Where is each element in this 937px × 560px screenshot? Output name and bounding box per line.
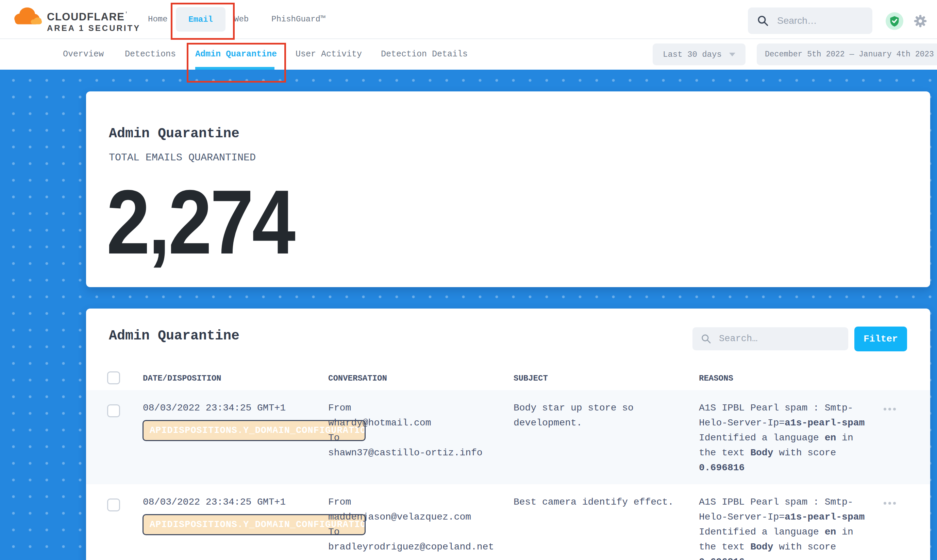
cell-reasons: A1S IPBL Pearl spam : Smtp-Helo-Server-I… (699, 401, 871, 475)
nav-item-home[interactable]: Home (148, 0, 168, 38)
brand-name: CLOUDFLARE (47, 11, 125, 23)
date-preset-label: Last 30 days (663, 50, 722, 59)
from-label: From (328, 401, 498, 415)
summary-card-title: Admin Quarantine (109, 126, 239, 142)
cell-conversation: From whardy@hotmail.com To shawn37@casti… (328, 401, 498, 460)
brand-wordmark: CLOUDFLARE' AREA 1 SECURITY (47, 12, 140, 32)
active-tab-underline (195, 67, 275, 70)
cell-reasons: A1S IPBL Pearl spam : Smtp-Helo-Server-I… (699, 495, 871, 560)
filter-button[interactable]: Filter (854, 326, 907, 351)
tab-admin-quarantine[interactable]: Admin Quarantine (195, 38, 277, 70)
row-checkbox[interactable] (107, 405, 120, 417)
table-search-placeholder: Search… (719, 334, 758, 344)
secondary-nav: Overview Detections Admin Quarantine Use… (0, 38, 937, 70)
date-preset-dropdown[interactable]: Last 30 days (653, 43, 746, 65)
shield-check-icon (889, 15, 900, 27)
table-card-title: Admin Quarantine (109, 328, 239, 343)
column-header-subject: SUBJECT (514, 374, 548, 383)
search-icon (757, 15, 769, 27)
nav-item-web[interactable]: Web (234, 0, 249, 38)
row-date: 08/03/2022 23:34:25 GMT+1 (143, 401, 286, 415)
quarantine-table-card: Admin Quarantine Search… Filter DATE/DIS… (86, 309, 930, 560)
table-search-input[interactable]: Search… (693, 327, 848, 350)
cell-subject: Best camera identify effect. (514, 495, 684, 510)
column-header-reasons: REASONS (699, 374, 733, 383)
from-label: From (328, 495, 498, 510)
row-actions-ellipsis[interactable] (884, 502, 896, 505)
select-all-checkbox[interactable] (107, 371, 120, 384)
top-header: CLOUDFLARE' AREA 1 SECURITY Home Email W… (0, 0, 937, 39)
brand-trademark: ' (125, 11, 128, 17)
date-range-label: December 5th 2022 — January 4th 2023 (765, 50, 934, 59)
from-address: maddenjason@velazquez.com (328, 510, 498, 525)
metric-label: TOTAL EMAILS QUARANTINED (109, 152, 256, 163)
summary-card: Admin Quarantine TOTAL EMAILS QUARANTINE… (86, 91, 930, 287)
header-search-input[interactable]: Search… (748, 8, 872, 34)
to-label: To (328, 525, 498, 540)
nav-item-email[interactable]: Email (176, 7, 225, 32)
nav-item-phishguard[interactable]: PhishGuard™ (272, 0, 325, 38)
row-actions-ellipsis[interactable] (884, 408, 896, 411)
page-background: Admin Quarantine TOTAL EMAILS QUARANTINE… (0, 70, 937, 560)
protection-status-badge[interactable] (886, 12, 903, 30)
column-header-conversation: CONVERSATION (328, 374, 387, 383)
table-row[interactable]: 08/03/2022 23:34:25 GMT+1 APIDISPOSITION… (86, 484, 930, 560)
search-icon (701, 333, 712, 344)
column-header-date-disposition: DATE/DISPOSITION (143, 374, 221, 383)
cell-conversation: From maddenjason@velazquez.com To bradle… (328, 495, 498, 555)
tab-detections[interactable]: Detections (125, 38, 176, 70)
gear-icon[interactable] (914, 14, 927, 28)
row-checkbox[interactable] (107, 498, 120, 511)
to-address: bradleyrodriguez@copeland.net (328, 540, 498, 555)
to-address: shawn37@castillo-ortiz.info (328, 446, 498, 460)
app: CLOUDFLARE' AREA 1 SECURITY Home Email W… (0, 0, 937, 560)
brand-subtitle: AREA 1 SECURITY (47, 24, 140, 32)
tab-detection-details[interactable]: Detection Details (381, 38, 468, 70)
table-rows: 08/03/2022 23:34:25 GMT+1 APIDISPOSITION… (86, 390, 930, 560)
cloudflare-logo-icon (12, 5, 42, 26)
cell-subject: Body star up store so development. (514, 401, 684, 431)
header-search-placeholder: Search… (777, 15, 817, 26)
from-address: whardy@hotmail.com (328, 415, 498, 431)
to-label: To (328, 431, 498, 446)
table-row[interactable]: 08/03/2022 23:34:25 GMT+1 APIDISPOSITION… (86, 390, 930, 484)
metric-value: 2,274 (107, 176, 294, 268)
tab-user-activity[interactable]: User Activity (296, 38, 362, 70)
tab-overview[interactable]: Overview (63, 38, 104, 70)
chevron-down-icon (729, 53, 735, 56)
row-date: 08/03/2022 23:34:25 GMT+1 (143, 495, 286, 510)
date-range-field[interactable]: December 5th 2022 — January 4th 2023 (757, 43, 937, 65)
